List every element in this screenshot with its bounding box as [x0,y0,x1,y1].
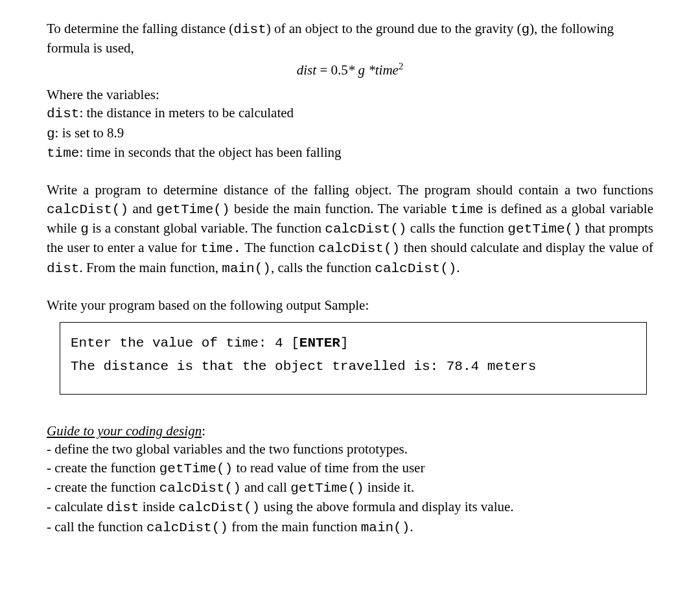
var-label: dist [47,106,79,121]
guide-item: - call the function calcDist() from the … [47,518,653,537]
task-text: , calls the function [271,260,375,275]
enter-key: ENTER [299,336,340,351]
var-desc: : the distance in meters to be calculate… [79,105,294,121]
g-token: g [521,22,530,37]
guide-text: inside it. [364,479,415,495]
intro-text: To determine the falling distance ( [47,21,233,36]
guide-item: - create the function getTime() to read … [47,459,653,478]
dist-token: dist [233,22,266,37]
task-text: The function [241,240,318,255]
code-token: main() [361,520,410,535]
task-text: beside the main function. The variable [230,201,451,216]
code-token: getTime() [159,461,233,476]
variables-section: Where the variables: dist: the distance … [47,86,653,163]
task-text: then should calculate and display the va… [400,240,653,255]
guide-text: inside [139,499,179,514]
task-text: is a constant global variable. The funct… [89,220,325,236]
code-token: calcDist() [146,520,228,535]
code-token: calcDist() [318,241,400,256]
code-token: g [80,222,89,236]
guide-title: Guide to your coding design [47,423,202,439]
code-token: calcDist() [47,202,128,217]
var-dist: dist: the distance in meters to be calcu… [47,104,653,123]
guide-text: using the above formula and display its … [260,499,513,514]
task-text: and [128,201,156,216]
code-token: calcDist() [159,481,241,496]
formula-eq: = [316,62,331,78]
guide-text: - create the function [47,479,159,495]
guide-text: from the main function [228,519,361,535]
sample-text: Enter the value of time: 4 [ [71,336,299,351]
task-text: calls the function [406,220,508,236]
guide-section: Guide to your coding design: - define th… [47,422,653,537]
sample-line-2: The distance is that the object travelle… [71,355,636,378]
formula: dist = 0.5* g *time2 [47,60,653,79]
output-sample-box: Enter the value of time: 4 [ENTER] The d… [60,322,647,394]
code-token: time [451,202,484,217]
guide-item: - calculate dist inside calcDist() using… [47,498,653,517]
guide-text: - create the function [47,460,159,476]
sample-intro: Write your program based on the followin… [47,296,653,314]
guide-text: - calculate [47,499,106,514]
guide-title-line: Guide to your coding design: [47,422,653,440]
formula-rhs: 0.5 [331,62,347,78]
formula-lhs: dist [297,62,316,78]
code-token: time. [200,241,241,256]
guide-item: - create the function calcDist() and cal… [47,478,653,498]
guide-text: - call the function [47,519,146,535]
code-token: getTime() [290,481,364,496]
code-token: dist [47,261,79,276]
formula-rhs: * g * [348,62,375,78]
guide-item: - define the two global variables and th… [47,440,653,458]
code-token: calcDist() [178,500,260,515]
formula-sup: 2 [399,61,403,71]
task-text: . From the main function, [79,260,222,275]
intro-paragraph: To determine the falling distance (dist)… [47,19,653,58]
guide-text: - define the two global variables and th… [47,441,408,457]
vars-header: Where the variables: [47,86,653,104]
var-label: time [47,146,79,161]
guide-text: to read value of time from the user [233,460,425,476]
sample-text: ] [340,336,349,351]
guide-colon: : [202,423,205,439]
sample-line-1: Enter the value of time: 4 [ENTER] [71,332,636,355]
code-token: getTime() [508,222,581,236]
task-text: . [456,260,460,275]
var-desc: : is set to 8.9 [55,125,124,141]
code-token: getTime() [156,202,229,217]
code-token: calcDist() [325,222,406,236]
formula-rhs: time [375,62,399,78]
guide-text: . [410,519,413,535]
task-paragraph: Write a program to determine distance of… [47,181,653,278]
task-text: Write a program to determine distance of… [47,182,653,198]
var-g: g: is set to 8.9 [47,124,653,143]
var-desc: : time in seconds that the object has be… [79,144,341,160]
code-token: main() [222,261,271,276]
var-label: g [47,126,55,141]
code-token: calcDist() [375,261,456,276]
code-token: dist [106,500,139,515]
var-time: time: time in seconds that the object ha… [47,143,653,163]
guide-text: and call [241,479,290,495]
intro-text: ) of an object to the ground due to the … [266,21,522,36]
